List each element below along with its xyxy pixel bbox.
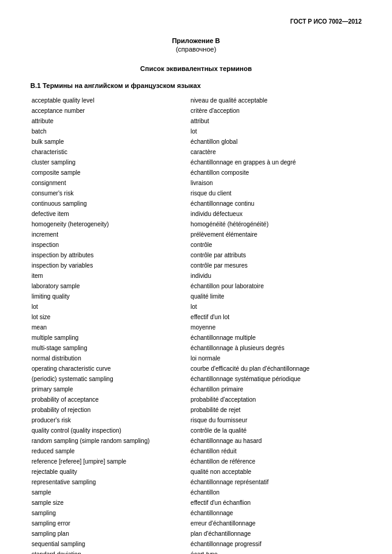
term-english: multiple sampling — [30, 333, 189, 343]
table-row: consumer's riskrisque du client — [30, 188, 362, 198]
term-english: primary sample — [30, 384, 189, 394]
term-french: échantillonnage — [189, 508, 362, 518]
term-english: normal distribution — [30, 353, 189, 363]
term-french: lot — [189, 302, 362, 312]
table-row: lot sizeeffectif d'un lot — [30, 312, 362, 322]
term-french: attribut — [189, 116, 362, 126]
term-french: contrôle par attributs — [189, 250, 362, 260]
term-english: laboratory sample — [30, 281, 189, 291]
term-french: loi normale — [189, 353, 362, 363]
term-french: qualité non acceptable — [189, 467, 362, 477]
table-row: attributeattribut — [30, 116, 362, 126]
term-french: échantillonnage multiple — [189, 333, 362, 343]
term-french: contrôle — [189, 240, 362, 250]
term-french: échantillonnage continu — [189, 198, 362, 209]
table-row: random sampling (simple random sampling)… — [30, 436, 362, 446]
term-french: contrôle de la qualité — [189, 425, 362, 436]
table-row: probability of acceptanceprobabilité d'a… — [30, 394, 362, 405]
term-english: operating characteristic curve — [30, 363, 189, 374]
term-english: mean — [30, 322, 189, 333]
term-english: continuous sampling — [30, 198, 189, 209]
term-french: échantillonnage à plusieurs degrés — [189, 343, 362, 353]
table-row: probability of rejectionprobabilité de r… — [30, 405, 362, 415]
table-row: sampling planplan d'échantillonnage — [30, 529, 362, 539]
term-french: qualité limite — [189, 291, 362, 302]
term-english: producer's risk — [30, 415, 189, 425]
term-english: consignment — [30, 178, 189, 188]
table-row: operating characteristic curvecourbe d'e… — [30, 363, 362, 374]
table-row: meanmoyenne — [30, 322, 362, 333]
term-english: attribute — [30, 116, 189, 126]
term-french: risque du client — [189, 188, 362, 198]
term-french: échantillon pour laboratoire — [189, 281, 362, 291]
table-row: inspection by attributescontrôle par att… — [30, 250, 362, 260]
term-french: risque du fournisseur — [189, 415, 362, 425]
term-english: representative sampling — [30, 477, 189, 487]
term-english: multi-stage sampling — [30, 343, 189, 353]
appendix-subtitle: (справочное) — [30, 46, 362, 53]
table-row: continuous samplingéchantillonnage conti… — [30, 198, 362, 209]
table-row: limiting qualityqualité limite — [30, 291, 362, 302]
section-title: Список эквивалентных терминов — [30, 65, 362, 72]
appendix-title: Приложение В — [30, 37, 362, 44]
table-row: inspectioncontrôle — [30, 240, 362, 250]
term-french: contrôle par mesures — [189, 260, 362, 271]
term-french: effectif d'un échanflion — [189, 498, 362, 508]
table-row: representative samplingéchantillonnage r… — [30, 477, 362, 487]
table-row: bulk sampleéchantillon global — [30, 137, 362, 147]
term-french: échantillon de référence — [189, 456, 362, 467]
table-row: sequential samplingéchantillonnage progr… — [30, 539, 362, 549]
table-row: laboratory sampleéchantillon pour labora… — [30, 281, 362, 291]
table-row: samplingéchantillonnage — [30, 508, 362, 518]
table-row: composite sampleéchantillon composite — [30, 167, 362, 178]
table-row: characteristiccaractère — [30, 147, 362, 157]
term-english: inspection — [30, 240, 189, 250]
term-english: rejectable quality — [30, 467, 189, 477]
term-english: acceptable quality level — [30, 95, 189, 106]
term-french: échantillonnage représentatif — [189, 477, 362, 487]
table-row: multi-stage samplingéchantillonnage à pl… — [30, 343, 362, 353]
table-row: quality control (quality inspection)cont… — [30, 425, 362, 436]
table-row: inspection by variablescontrôle par mesu… — [30, 260, 362, 271]
table-row: incrementprélèvement élémentaire — [30, 229, 362, 240]
table-row: sample sizeeffectif d'un échanflion — [30, 498, 362, 508]
term-french: individu défectueux — [189, 209, 362, 219]
term-french: moyenne — [189, 322, 362, 333]
term-english: sample size — [30, 498, 189, 508]
table-row: sampling errorerreur d'échantillonnage — [30, 518, 362, 529]
term-english: batch — [30, 126, 189, 137]
term-french: échantillon global — [189, 137, 362, 147]
term-english: sampling error — [30, 518, 189, 529]
table-row: normal distributionloi normale — [30, 353, 362, 363]
term-french: échantillonnage systématique périodique — [189, 374, 362, 384]
term-french: échantillon — [189, 487, 362, 498]
table-row: reduced sampleéchantillon réduit — [30, 446, 362, 456]
page: ГОСТ Р ИСО 7002—2012 Приложение В (справ… — [0, 0, 392, 554]
term-french: échantillon réduit — [189, 446, 362, 456]
term-french: probabilité de rejet — [189, 405, 362, 415]
term-english: sampling — [30, 508, 189, 518]
term-english: sequential sampling — [30, 539, 189, 549]
terms-table: acceptable quality levelniveau de qualit… — [30, 95, 362, 554]
term-french: livraison — [189, 178, 362, 188]
term-french: échantillon composite — [189, 167, 362, 178]
term-english: composite sample — [30, 167, 189, 178]
term-english: random sampling (simple random sampling) — [30, 436, 189, 446]
term-french: effectif d'un lot — [189, 312, 362, 322]
term-english: defective item — [30, 209, 189, 219]
doc-number: ГОСТ Р ИСО 7002—2012 — [30, 18, 362, 25]
table-row: producer's riskrisque du fournisseur — [30, 415, 362, 425]
table-row: cluster samplingéchantillonnage en grapp… — [30, 157, 362, 167]
term-english: (periodic) systematic sampling — [30, 374, 189, 384]
table-row: acceptance numbercritère d'acception — [30, 106, 362, 116]
term-english: standard deviation — [30, 549, 189, 554]
term-french: critère d'acception — [189, 106, 362, 116]
term-french: échantillonnage au hasard — [189, 436, 362, 446]
term-french: niveau de qualité acceptable — [189, 95, 362, 106]
term-french: probabilité d'acceptation — [189, 394, 362, 405]
term-english: inspection by attributes — [30, 250, 189, 260]
term-english: lot size — [30, 312, 189, 322]
term-french: individu — [189, 271, 362, 281]
term-french: échantillonnage en grappes à un degré — [189, 157, 362, 167]
term-english: reduced sample — [30, 446, 189, 456]
